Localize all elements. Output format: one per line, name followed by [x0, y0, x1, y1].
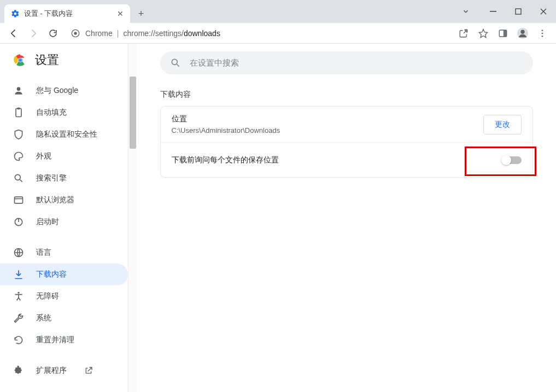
shield-icon	[13, 129, 24, 140]
sidebar-item-downloads[interactable]: 下载内容	[0, 264, 128, 285]
location-label: 位置	[172, 114, 483, 124]
svg-rect-5	[504, 30, 507, 37]
back-button[interactable]	[4, 25, 23, 42]
close-tab-icon[interactable]: ✕	[117, 9, 124, 18]
sidebar-item-label: 无障碍	[36, 291, 59, 301]
profile-icon[interactable]	[513, 25, 532, 42]
scrollbar-thumb[interactable]	[130, 77, 136, 149]
sidebar-item-appearance[interactable]: 外观	[0, 145, 128, 167]
section-title: 下载内容	[160, 90, 533, 100]
sidebar-item-label: 搜索引擎	[36, 173, 67, 183]
window-minimize-button[interactable]	[481, 3, 506, 20]
sidebar-item-label: 隐私设置和安全性	[36, 130, 97, 139]
window-maximize-button[interactable]	[506, 3, 531, 20]
ask-before-download-toggle[interactable]	[502, 156, 522, 164]
sidebar-item-label: 语言	[36, 248, 51, 258]
tab-title: 设置 - 下载内容	[24, 9, 73, 19]
restore-icon	[13, 335, 24, 346]
share-icon[interactable]	[454, 25, 473, 42]
globe-icon	[13, 247, 24, 258]
svg-point-21	[17, 292, 19, 294]
forward-button[interactable]	[24, 25, 43, 42]
sidebar-item-extensions[interactable]: 扩展程序	[0, 360, 128, 382]
svg-rect-16	[17, 108, 20, 109]
sidebar-item-privacy[interactable]: 隐私设置和安全性	[0, 124, 128, 145]
svg-rect-0	[490, 11, 496, 12]
search-input[interactable]	[190, 58, 523, 67]
ask-before-download-label: 下载前询问每个文件的保存位置	[172, 155, 502, 165]
svg-rect-15	[16, 109, 21, 117]
bookmark-icon[interactable]	[474, 25, 493, 42]
tab-search-icon[interactable]	[453, 3, 478, 20]
external-link-icon	[83, 365, 94, 376]
sidebar-item-label: 系统	[36, 313, 51, 323]
sidebar-item-you-and-google[interactable]: 您与 Google	[0, 80, 128, 102]
svg-point-22	[172, 59, 177, 65]
wrench-icon	[13, 313, 24, 324]
sidebar-item-label: 您与 Google	[36, 86, 78, 96]
sidebar-item-label: 自动填充	[36, 108, 67, 118]
location-value: C:\Users\Administrator\Downloads	[172, 126, 483, 134]
browser-icon	[13, 195, 24, 206]
sidebar-item-autofill[interactable]: 自动填充	[0, 102, 128, 124]
chrome-site-icon	[71, 29, 80, 38]
browser-toolbar: Chrome | chrome://settings/downloads	[0, 23, 556, 44]
sidebar-item-label: 默认浏览器	[36, 195, 74, 205]
menu-icon[interactable]	[533, 25, 552, 42]
puzzle-icon	[13, 365, 24, 376]
chrome-logo-icon	[13, 53, 27, 67]
svg-rect-1	[516, 9, 521, 14]
sidebar-item-languages[interactable]: 语言	[0, 242, 128, 264]
svg-point-8	[542, 30, 543, 31]
svg-point-14	[17, 87, 21, 91]
address-text: Chrome | chrome://settings/downloads	[85, 29, 220, 38]
window-titlebar: 设置 - 下载内容 ✕ +	[0, 0, 556, 23]
download-icon	[13, 269, 24, 280]
sidebar-item-default-browser[interactable]: 默认浏览器	[0, 189, 128, 211]
clipboard-icon	[13, 107, 24, 118]
svg-point-13	[19, 58, 22, 62]
location-row: 位置 C:\Users\Administrator\Downloads 更改	[161, 107, 532, 142]
svg-point-7	[520, 30, 524, 33]
settings-sidebar: 设置 您与 Google 自动填充 隐私设置和安全性 外观 搜索引擎 默认浏览器…	[0, 44, 137, 392]
sidebar-item-label: 启动时	[36, 217, 59, 227]
settings-main: 下载内容 位置 C:\Users\Administrator\Downloads…	[137, 44, 556, 392]
svg-point-17	[15, 174, 20, 180]
person-icon	[13, 85, 24, 96]
settings-title: 设置	[35, 52, 59, 68]
sidebar-item-system[interactable]: 系统	[0, 307, 128, 329]
sidebar-nav: 您与 Google 自动填充 隐私设置和安全性 外观 搜索引擎 默认浏览器 启动…	[0, 77, 128, 382]
svg-point-9	[542, 32, 543, 34]
browser-tab[interactable]: 设置 - 下载内容 ✕	[4, 4, 130, 23]
svg-point-3	[74, 32, 77, 34]
downloads-card: 位置 C:\Users\Administrator\Downloads 更改 下…	[160, 106, 533, 178]
search-icon	[170, 57, 181, 68]
ask-before-download-row: 下载前询问每个文件的保存位置	[161, 142, 532, 177]
svg-point-10	[542, 35, 543, 37]
reload-button[interactable]	[44, 25, 62, 42]
search-icon	[13, 173, 24, 184]
sidebar-item-reset[interactable]: 重置并清理	[0, 329, 128, 351]
sidebar-item-label: 重置并清理	[36, 335, 74, 345]
accessibility-icon	[13, 291, 24, 302]
new-tab-button[interactable]: +	[133, 6, 149, 21]
change-location-button[interactable]: 更改	[483, 115, 522, 134]
gear-icon	[11, 9, 20, 18]
palette-icon	[13, 151, 24, 162]
sidebar-scrollbar[interactable]	[128, 44, 137, 392]
toggle-knob	[501, 155, 511, 165]
window-close-button[interactable]	[531, 3, 556, 20]
sidebar-item-accessibility[interactable]: 无障碍	[0, 285, 128, 307]
svg-rect-18	[15, 197, 23, 203]
side-panel-icon[interactable]	[494, 25, 512, 42]
settings-header: 设置	[0, 44, 128, 77]
settings-body: 设置 您与 Google 自动填充 隐私设置和安全性 外观 搜索引擎 默认浏览器…	[0, 44, 556, 392]
sidebar-item-on-startup[interactable]: 启动时	[0, 211, 128, 233]
sidebar-item-search-engine[interactable]: 搜索引擎	[0, 167, 128, 189]
address-bar[interactable]: Chrome | chrome://settings/downloads	[67, 25, 450, 42]
sidebar-item-label: 下载内容	[36, 270, 67, 279]
sidebar-item-label: 扩展程序	[36, 366, 67, 376]
window-controls	[453, 0, 556, 23]
power-icon	[13, 217, 24, 227]
settings-search[interactable]	[160, 51, 533, 74]
